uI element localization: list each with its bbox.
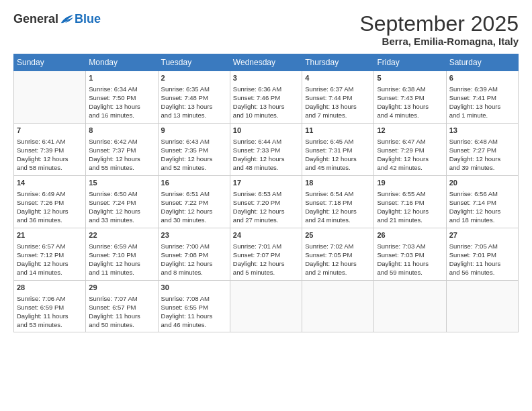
day-number: 11	[305, 126, 371, 136]
cell-text: Daylight: 13 hours	[161, 102, 227, 111]
weekday-saturday: Saturday	[446, 54, 518, 71]
calendar-cell: 19Sunrise: 6:55 AMSunset: 7:16 PMDayligh…	[374, 176, 446, 228]
day-number: 17	[233, 178, 299, 188]
cell-text: and 46 minutes.	[161, 320, 227, 329]
cell-text: Sunset: 7:31 PM	[305, 146, 371, 154]
day-number: 29	[89, 283, 154, 293]
calendar-cell	[302, 281, 374, 332]
cell-text: Sunset: 7:41 PM	[449, 93, 515, 102]
logo-blue-text: Blue	[75, 12, 101, 26]
cell-text: and 36 minutes.	[17, 216, 83, 224]
cell-text: Sunset: 7:07 PM	[233, 250, 299, 259]
cell-text: Daylight: 12 hours	[161, 259, 227, 268]
cell-text: and 2 minutes.	[305, 268, 371, 277]
cell-text: Sunrise: 6:39 AM	[449, 85, 515, 93]
cell-text: Daylight: 11 hours	[89, 312, 154, 320]
day-number: 8	[89, 126, 154, 136]
title-block: September 2025 Berra, Emilia-Romagna, It…	[359, 12, 519, 47]
cell-text: and 11 minutes.	[89, 268, 154, 277]
cell-text: Sunrise: 6:55 AM	[377, 189, 443, 198]
cell-text: Sunrise: 6:42 AM	[89, 137, 154, 146]
cell-text: Sunset: 7:20 PM	[233, 198, 299, 207]
cell-text: and 59 minutes.	[377, 268, 443, 277]
cell-text: Daylight: 12 hours	[161, 207, 227, 216]
cell-text: and 42 minutes.	[377, 163, 443, 172]
calendar-cell: 21Sunrise: 6:57 AMSunset: 7:12 PMDayligh…	[14, 228, 86, 281]
calendar-cell: 12Sunrise: 6:47 AMSunset: 7:29 PMDayligh…	[374, 124, 446, 176]
calendar-cell: 26Sunrise: 7:03 AMSunset: 7:03 PMDayligh…	[374, 228, 446, 281]
calendar-cell: 15Sunrise: 6:50 AMSunset: 7:24 PMDayligh…	[86, 176, 158, 228]
cell-text: Sunrise: 6:50 AM	[89, 189, 154, 198]
cell-text: Daylight: 11 hours	[161, 312, 227, 320]
cell-text: Daylight: 12 hours	[305, 207, 371, 216]
day-number: 7	[17, 126, 83, 136]
calendar-cell: 22Sunrise: 6:59 AMSunset: 7:10 PMDayligh…	[86, 228, 158, 281]
cell-text: Daylight: 12 hours	[89, 259, 154, 268]
day-number: 24	[233, 230, 299, 240]
cell-text: Sunset: 6:55 PM	[161, 303, 227, 312]
calendar-cell: 29Sunrise: 7:07 AMSunset: 6:57 PMDayligh…	[86, 281, 158, 332]
cell-text: Sunrise: 7:08 AM	[161, 294, 227, 303]
cell-text: Daylight: 12 hours	[449, 154, 515, 163]
cell-text: Sunrise: 6:35 AM	[161, 85, 227, 93]
cell-text: Sunrise: 6:57 AM	[17, 242, 83, 250]
cell-text: and 55 minutes.	[89, 163, 154, 172]
cell-text: Sunset: 7:48 PM	[161, 93, 227, 102]
day-number: 30	[161, 283, 227, 293]
calendar-cell: 17Sunrise: 6:53 AMSunset: 7:20 PMDayligh…	[230, 176, 302, 228]
calendar-cell: 18Sunrise: 6:54 AMSunset: 7:18 PMDayligh…	[302, 176, 374, 228]
calendar-cell	[446, 281, 518, 332]
cell-text: Sunset: 6:57 PM	[89, 303, 154, 312]
week-row-3: 14Sunrise: 6:49 AMSunset: 7:26 PMDayligh…	[14, 176, 519, 228]
calendar: SundayMondayTuesdayWednesdayThursdayFrid…	[13, 54, 519, 332]
cell-text: Sunset: 7:29 PM	[377, 146, 443, 154]
cell-text: Sunrise: 7:03 AM	[377, 242, 443, 250]
cell-text: Daylight: 11 hours	[377, 259, 443, 268]
cell-text: Sunset: 7:46 PM	[233, 93, 299, 102]
day-number: 5	[377, 73, 443, 83]
calendar-cell: 23Sunrise: 7:00 AMSunset: 7:08 PMDayligh…	[158, 228, 230, 281]
cell-text: Daylight: 12 hours	[17, 259, 83, 268]
cell-text: and 53 minutes.	[17, 320, 83, 329]
calendar-cell: 24Sunrise: 7:01 AMSunset: 7:07 PMDayligh…	[230, 228, 302, 281]
page: General Blue September 2025 Berra, Emili…	[0, 0, 532, 411]
calendar-cell: 30Sunrise: 7:08 AMSunset: 6:55 PMDayligh…	[158, 281, 230, 332]
day-number: 3	[233, 73, 299, 83]
weekday-sunday: Sunday	[14, 54, 86, 71]
day-number: 26	[377, 230, 443, 240]
day-number: 27	[449, 230, 515, 240]
day-number: 13	[449, 126, 515, 136]
cell-text: and 48 minutes.	[233, 163, 299, 172]
calendar-cell: 8Sunrise: 6:42 AMSunset: 7:37 PMDaylight…	[86, 124, 158, 176]
cell-text: Sunrise: 6:43 AM	[161, 137, 227, 146]
cell-text: Daylight: 12 hours	[377, 207, 443, 216]
weekday-monday: Monday	[86, 54, 158, 71]
cell-text: Daylight: 13 hours	[305, 102, 371, 111]
header: General Blue September 2025 Berra, Emili…	[13, 12, 519, 47]
cell-text: and 21 minutes.	[377, 216, 443, 224]
calendar-cell: 27Sunrise: 7:05 AMSunset: 7:01 PMDayligh…	[446, 228, 518, 281]
calendar-cell: 1Sunrise: 6:34 AMSunset: 7:50 PMDaylight…	[86, 71, 158, 124]
weekday-tuesday: Tuesday	[158, 54, 230, 71]
cell-text: Daylight: 12 hours	[305, 154, 371, 163]
logo-general-text: General	[13, 12, 58, 26]
cell-text: Sunset: 7:03 PM	[377, 250, 443, 259]
cell-text: and 8 minutes.	[161, 268, 227, 277]
cell-text: Sunrise: 6:54 AM	[305, 189, 371, 198]
cell-text: Sunset: 7:24 PM	[89, 198, 154, 207]
cell-text: and 7 minutes.	[305, 111, 371, 120]
weekday-row: SundayMondayTuesdayWednesdayThursdayFrid…	[14, 54, 519, 71]
calendar-cell: 16Sunrise: 6:51 AMSunset: 7:22 PMDayligh…	[158, 176, 230, 228]
cell-text: and 39 minutes.	[449, 163, 515, 172]
cell-text: and 4 minutes.	[377, 111, 443, 120]
cell-text: Daylight: 13 hours	[233, 102, 299, 111]
cell-text: Sunrise: 7:02 AM	[305, 242, 371, 250]
cell-text: Sunset: 7:39 PM	[17, 146, 83, 154]
cell-text: Sunset: 7:35 PM	[161, 146, 227, 154]
cell-text: Sunset: 7:50 PM	[89, 93, 154, 102]
cell-text: and 52 minutes.	[161, 163, 227, 172]
cell-text: Sunset: 7:18 PM	[305, 198, 371, 207]
calendar-header: SundayMondayTuesdayWednesdayThursdayFrid…	[14, 54, 519, 71]
cell-text: and 56 minutes.	[449, 268, 515, 277]
cell-text: Sunset: 7:43 PM	[377, 93, 443, 102]
